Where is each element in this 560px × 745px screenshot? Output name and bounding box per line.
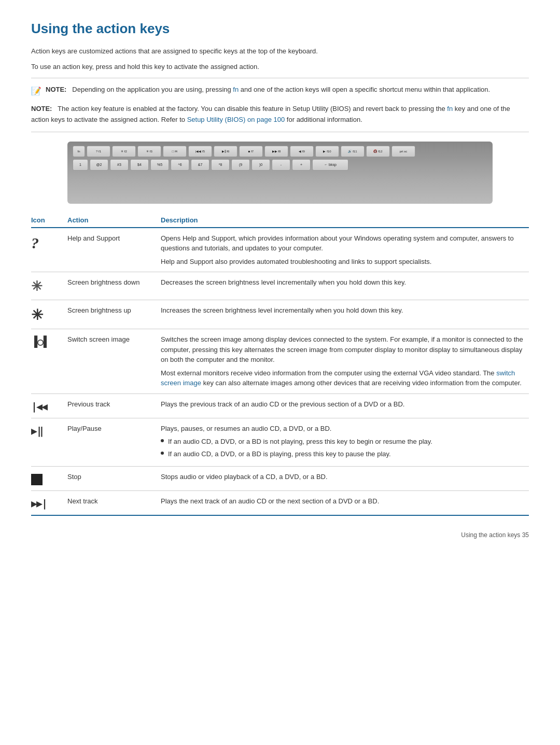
bullet-dot xyxy=(161,439,164,442)
page-footer: Using the action keys 35 xyxy=(31,531,529,539)
note-1-content: NOTE: Depending on the application you a… xyxy=(46,85,490,95)
list-item: If an audio CD, a DVD, or a BD is not pl… xyxy=(161,437,529,447)
action-switch-screen: Switch screen image xyxy=(67,334,161,343)
key-backspace: ← bksp xyxy=(312,159,348,171)
desc-brightness-down: Decreases the screen brightness level in… xyxy=(161,277,529,288)
key-fn: fn xyxy=(73,146,85,157)
key-f9: ◀ f9 xyxy=(290,146,314,157)
key-f6: ▶‖ f6 xyxy=(214,146,237,157)
icon-brightness-up: ✳ xyxy=(31,305,67,324)
table-row: ▶‖ Play/Pause Plays, pauses, or resumes … xyxy=(31,418,529,467)
key-minus: - xyxy=(272,159,290,171)
intro-line1: Action keys are customized actions that … xyxy=(31,46,529,57)
key-8: *8 xyxy=(211,159,230,171)
table-row: Stop Stops audio or video playback of a … xyxy=(31,467,529,491)
action-play-pause: Play/Pause xyxy=(67,424,161,432)
note-1: 📝 NOTE: Depending on the application you… xyxy=(31,85,529,97)
icon-brightness-down: ✳ xyxy=(31,277,67,294)
key-7: &7 xyxy=(191,159,209,171)
action-help: Help and Support xyxy=(67,233,161,242)
icon-play-pause: ▶‖ xyxy=(31,424,67,437)
icon-switch-screen: ▐○▌ xyxy=(31,334,67,348)
key-0: )0 xyxy=(251,159,270,171)
keyboard-image: fn ? f1 ✳ f2 ✳ f3 □ f4 |◀◀ f5 ▶‖ f6 ■ f7… xyxy=(67,142,493,204)
table-row: ? Help and Support Opens Help and Suppor… xyxy=(31,228,529,273)
key-f7: ■ f7 xyxy=(239,146,263,157)
col-desc-header: Description xyxy=(161,216,529,224)
key-f11: 🔊 f11 xyxy=(341,146,365,157)
icon-prev-track: |◀◀ xyxy=(31,399,67,413)
action-prev-track: Previous track xyxy=(67,399,161,408)
table-row: ▶▶| Next track Plays the next track of a… xyxy=(31,491,529,516)
desc-prev-track: Plays the previous track of an audio CD … xyxy=(161,399,529,410)
table-row: ✳ Screen brightness up Increases the scr… xyxy=(31,300,529,329)
key-f4: □ f4 xyxy=(163,146,187,157)
key-9: (9 xyxy=(231,159,250,171)
list-item: If an audio CD, a DVD, or a BD is playin… xyxy=(161,449,529,459)
keyboard-row-2: 1 @2 #3 $4 %5 ^6 &7 *8 (9 )0 - + ← bksp xyxy=(73,159,487,171)
keyboard-row-1: fn ? f1 ✳ f2 ✳ f3 □ f4 |◀◀ f5 ▶‖ f6 ■ f7… xyxy=(73,146,487,157)
switch-screen-link[interactable]: switch screen image xyxy=(161,369,515,387)
icon-stop xyxy=(31,472,67,485)
key-f3: ✳ f3 xyxy=(137,146,161,157)
key-f1: ? f1 xyxy=(87,146,110,157)
action-keys-table: Icon Action Description ? Help and Suppo… xyxy=(31,216,529,516)
desc-stop: Stops audio or video playback of a CD, a… xyxy=(161,472,529,482)
action-brightness-down: Screen brightness down xyxy=(67,277,161,286)
key-prtsc: prt sc xyxy=(391,146,415,157)
note-2-fn-link[interactable]: fn xyxy=(447,105,453,113)
key-f12: 🔇 f12 xyxy=(366,146,390,157)
key-2: @2 xyxy=(90,159,108,171)
key-4: $4 xyxy=(130,159,149,171)
note-1-text: Depending on the application you are usi… xyxy=(72,86,233,93)
action-stop: Stop xyxy=(67,472,161,481)
page-title: Using the action keys xyxy=(31,21,529,37)
desc-switch-screen: Switches the screen image among display … xyxy=(161,334,529,388)
key-plus: + xyxy=(292,159,311,171)
note-1-fn-link[interactable]: fn xyxy=(233,86,239,93)
col-action-header: Action xyxy=(67,216,161,224)
bullet-dot xyxy=(161,452,164,455)
desc-next-track: Plays the next track of an audio CD or t… xyxy=(161,496,529,507)
table-row: |◀◀ Previous track Plays the previous tr… xyxy=(31,394,529,418)
bios-link[interactable]: Setup Utility (BIOS) on page 100 xyxy=(187,116,285,123)
key-1: 1 xyxy=(73,159,88,171)
table-row: ✳ Screen brightness down Decreases the s… xyxy=(31,272,529,300)
note-1-label: NOTE: xyxy=(46,86,71,93)
key-f8: ▶▶ f8 xyxy=(264,146,288,157)
note-icon-1: 📝 xyxy=(31,85,41,97)
key-5: %5 xyxy=(150,159,169,171)
key-f10: ▶ f10 xyxy=(315,146,339,157)
desc-help: Opens Help and Support, which provides i… xyxy=(161,233,529,267)
key-3: #3 xyxy=(110,159,129,171)
key-6: ^6 xyxy=(171,159,189,171)
col-icon-header: Icon xyxy=(31,216,67,224)
desc-play-pause: Plays, pauses, or resumes an audio CD, a… xyxy=(161,424,529,461)
footer-text: Using the action keys 35 xyxy=(461,531,529,539)
key-f2: ✳ f2 xyxy=(112,146,136,157)
note-2-text: The action key feature is enabled at the… xyxy=(58,105,447,113)
intro-line2: To use an action key, press and hold thi… xyxy=(31,62,529,72)
note-2-text3: for additional information. xyxy=(287,116,362,123)
icon-help: ? xyxy=(31,233,67,252)
note-1-text2: and one of the action keys will open a s… xyxy=(241,86,490,93)
action-next-track: Next track xyxy=(67,496,161,505)
desc-brightness-up: Increases the screen brightness level in… xyxy=(161,305,529,316)
stop-square-icon xyxy=(31,474,43,485)
note-2-label: NOTE: xyxy=(31,105,56,113)
play-pause-bullets: If an audio CD, a DVD, or a BD is not pl… xyxy=(161,437,529,459)
table-row: ▐○▌ Switch screen image Switches the scr… xyxy=(31,329,529,394)
action-brightness-up: Screen brightness up xyxy=(67,305,161,314)
note-2: NOTE: The action key feature is enabled … xyxy=(31,104,529,132)
table-header: Icon Action Description xyxy=(31,216,529,228)
divider-1 xyxy=(31,78,529,78)
key-f5: |◀◀ f5 xyxy=(188,146,212,157)
icon-next-track: ▶▶| xyxy=(31,496,67,510)
